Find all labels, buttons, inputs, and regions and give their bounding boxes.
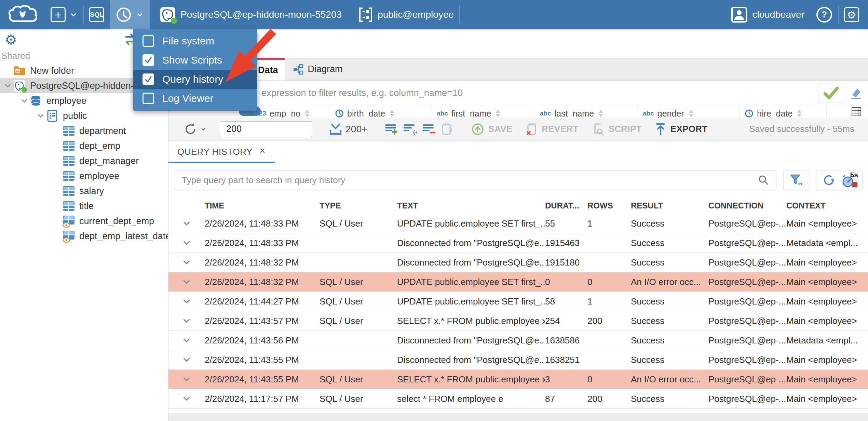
chevron-down-icon[interactable] [181, 218, 192, 229]
chevron-down-icon[interactable] [181, 335, 192, 345]
grid-column-gender[interactable]: abcgender [638, 105, 740, 118]
tab-diagram[interactable]: Diagram [285, 58, 351, 80]
chevron-down-icon[interactable] [181, 277, 192, 287]
user-menu[interactable]: cloudbeaver [725, 0, 810, 29]
history-row[interactable]: 2/26/2024, 11:43:55 PM SQL / User SELECT… [168, 370, 868, 389]
settings-button[interactable]: ⚙ [839, 0, 868, 29]
filter-expression-input[interactable]: expression to filter results, e.g. colum… [168, 81, 818, 105]
checkbox-checked[interactable] [143, 54, 154, 66]
apply-filter-button[interactable] [818, 83, 844, 103]
grid-column-first_name[interactable]: abcfirst_name [432, 105, 535, 118]
history-refresh-group[interactable]: 5s [816, 170, 863, 190]
chevron-down-icon[interactable] [20, 96, 29, 105]
save-button[interactable]: SAVE [467, 118, 516, 140]
tree-item-title[interactable]: title [0, 199, 168, 214]
history-row[interactable]: 2/26/2024, 11:48:33 PM SQL / User UPDATE… [168, 214, 868, 233]
grid-column-emp_no[interactable]: 123emp_no [250, 105, 330, 118]
clear-filter-button[interactable] [844, 86, 868, 100]
close-icon[interactable]: × [259, 146, 266, 156]
history-search-input[interactable] [174, 170, 776, 190]
history-row[interactable]: 2/26/2024, 11:44:27 PM SQL / User UPDATE… [168, 292, 868, 311]
refresh-button[interactable] [184, 122, 207, 136]
new-object-button[interactable]: + [45, 0, 83, 29]
chevron-down-icon[interactable] [181, 238, 192, 248]
sql-editor-button[interactable]: SQL [84, 0, 110, 29]
history-row[interactable]: 2/26/2024, 11:43:55 PM Disconnected from… [168, 350, 868, 370]
grid-column-hire_date[interactable]: hire_date [740, 105, 827, 118]
connection-selector[interactable]: PostgreSQL@ep-hidden-moon-55203 [154, 0, 347, 29]
row-expander[interactable] [168, 316, 205, 326]
row-expander[interactable] [168, 277, 205, 287]
checkbox-unchecked[interactable] [143, 93, 154, 104]
menu-item-show-scripts[interactable]: Show Scripts [133, 51, 257, 70]
row-expander[interactable] [168, 257, 205, 268]
menu-item-file-system[interactable]: File system [133, 31, 257, 51]
row-expander[interactable] [168, 374, 205, 384]
history-filter-button[interactable] [783, 170, 809, 190]
checkbox-checked[interactable] [143, 73, 154, 85]
chevron-down-icon[interactable] [181, 296, 192, 307]
tree-item-dept-emp-latest-date[interactable]: dept_emp_latest_date [0, 229, 168, 244]
row-expander[interactable] [168, 394, 205, 404]
row-expander[interactable] [168, 238, 205, 248]
checkbox-unchecked[interactable] [143, 35, 154, 47]
history-column-header[interactable]: CONTEXT [786, 201, 868, 210]
sort-icon[interactable] [494, 109, 501, 118]
row-expander[interactable] [168, 218, 205, 229]
history-column-header[interactable]: ROWS [587, 201, 631, 210]
fetch-more-button[interactable]: 200+ [325, 118, 371, 140]
history-column-header[interactable]: DURAT... [545, 201, 587, 210]
duplicate-row-icon[interactable]: (+) [403, 123, 417, 135]
chevron-down-icon[interactable] [181, 355, 192, 365]
help-button[interactable]: ? [810, 0, 838, 29]
fetch-size-input[interactable] [220, 121, 312, 137]
delete-row-icon[interactable] [422, 123, 436, 135]
row-expander[interactable] [168, 355, 205, 365]
sort-icon[interactable] [796, 109, 803, 118]
grid-column-last_name[interactable]: abclast_name [535, 105, 638, 118]
sidebar-settings-icon[interactable]: ⚙ [5, 33, 17, 46]
menu-item-query-history[interactable]: Query history [133, 70, 257, 89]
history-row[interactable]: 2/26/2024, 11:48:32 PM SQL / User UPDATE… [168, 272, 868, 292]
auto-refresh-link-icon[interactable] [440, 123, 454, 136]
chevron-down-icon[interactable] [181, 394, 192, 404]
history-column-header[interactable]: TIME [205, 201, 320, 210]
history-row[interactable]: 2/26/2024, 11:43:56 PM Disconnected from… [168, 331, 868, 350]
tree-item-department[interactable]: department [0, 123, 168, 138]
history-row[interactable]: 2/26/2024, 11:48:32 PM Disconnected from… [168, 253, 868, 272]
tree-item-current-dept-emp[interactable]: current_dept_emp [0, 214, 168, 229]
chevron-down-icon[interactable] [181, 374, 192, 384]
grid-icon[interactable] [852, 107, 861, 116]
history-column-header[interactable]: RESULT [631, 201, 708, 210]
tree-item-employee[interactable]: employee [0, 168, 168, 184]
tree-item-dept-manager[interactable]: dept_manager [0, 153, 168, 168]
row-expander[interactable] [168, 296, 205, 307]
app-logo[interactable] [0, 0, 45, 29]
chevron-down-icon[interactable] [181, 316, 192, 326]
chevron-down-icon[interactable] [181, 257, 192, 268]
schema-selector[interactable]: public@employee [353, 0, 459, 29]
revert-button[interactable]: REVERT [521, 118, 582, 140]
menu-item-log-viewer[interactable]: Log Viewer [133, 89, 257, 108]
history-row[interactable]: 2/26/2024, 11:43:57 PM SQL / User SELECT… [168, 311, 868, 331]
history-column-header[interactable]: TYPE [320, 201, 397, 210]
sort-icon[interactable] [304, 109, 311, 118]
sort-icon[interactable] [389, 109, 395, 118]
history-row[interactable]: 2/26/2024, 11:17:57 PM SQL / User select… [168, 389, 868, 409]
tree-item-dept-emp[interactable]: dept_emp [0, 138, 168, 153]
history-column-header[interactable]: CONNECTION [708, 201, 786, 210]
tree-item-salary[interactable]: salary [0, 184, 168, 199]
sort-icon[interactable] [688, 109, 694, 118]
row-expander[interactable] [168, 335, 205, 345]
chevron-down-icon[interactable] [3, 81, 12, 90]
chevron-down-icon[interactable] [36, 111, 45, 120]
tab-query-history[interactable]: QUERY HISTORY × [168, 141, 275, 163]
history-column-header[interactable]: TEXT [397, 201, 545, 210]
horizontal-scrollbar-track[interactable] [168, 413, 868, 421]
history-row[interactable]: 2/26/2024, 11:48:33 PM Disconnected from… [168, 233, 868, 253]
add-row-icon[interactable] [384, 123, 398, 135]
sort-icon[interactable] [597, 109, 604, 118]
export-button[interactable]: EXPORT [651, 118, 712, 140]
grid-column-birth_date[interactable]: birth_date [330, 105, 432, 118]
tools-menu-button[interactable] [110, 0, 150, 29]
